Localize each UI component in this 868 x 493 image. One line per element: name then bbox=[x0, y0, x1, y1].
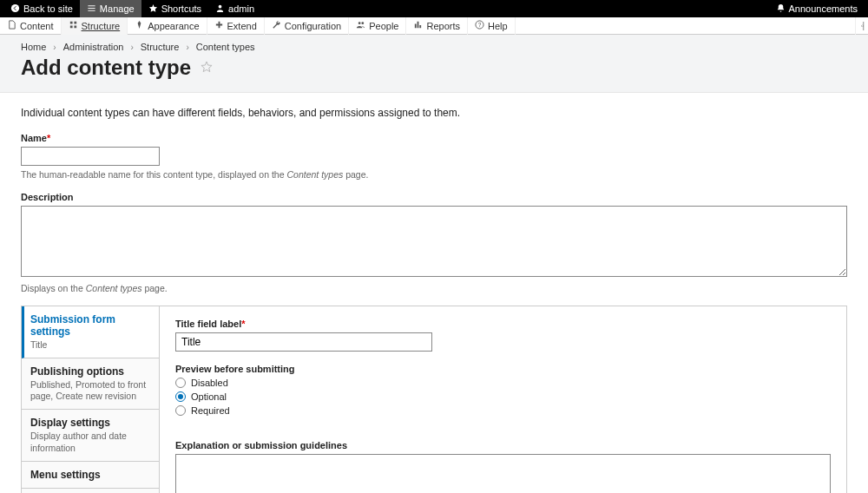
vertical-tabs-content: Title field label* Preview before submit… bbox=[160, 306, 846, 493]
tab-subtitle: Display author and date information bbox=[30, 431, 150, 453]
radio-label: Optional bbox=[191, 391, 227, 402]
required-marker: * bbox=[241, 319, 245, 329]
breadcrumb-structure[interactable]: Structure bbox=[141, 42, 180, 52]
appearance-icon bbox=[135, 20, 144, 31]
appearance-label: Appearance bbox=[148, 21, 199, 31]
title-field-label-label: Title field label* bbox=[175, 319, 831, 329]
tab-title: Display settings bbox=[30, 417, 150, 429]
user-icon bbox=[215, 3, 225, 15]
description-label: Description bbox=[21, 192, 847, 202]
back-to-site-link[interactable]: Back to site bbox=[3, 0, 80, 17]
required-marker: * bbox=[47, 133, 50, 143]
breadcrumb-home[interactable]: Home bbox=[21, 42, 46, 52]
shortcuts-label: Shortcuts bbox=[161, 3, 201, 14]
preview-before-submitting-group: Preview before submitting Disabled Optio… bbox=[175, 364, 831, 416]
back-arrow-icon bbox=[10, 3, 20, 15]
title-field-label-input[interactable] bbox=[175, 332, 432, 352]
page-title: Add content type bbox=[21, 56, 191, 80]
tab-submission-form-settings[interactable]: Submission form settings Title bbox=[22, 306, 159, 358]
description-field-group: Description Displays on the Content type… bbox=[21, 192, 847, 293]
description-hint: Displays on the Content types page. bbox=[21, 283, 847, 293]
guidelines-textarea[interactable] bbox=[175, 454, 831, 493]
guidelines-group: Explanation or submission guidelines Thi… bbox=[175, 440, 831, 493]
extend-icon bbox=[214, 20, 224, 31]
reports-label: Reports bbox=[426, 21, 460, 31]
top-toolbar-left: Back to site Manage Shortcuts admin bbox=[3, 0, 261, 17]
intro-text: Individual content types can have differ… bbox=[21, 107, 847, 119]
radio-icon bbox=[175, 378, 186, 388]
svg-point-2 bbox=[358, 22, 361, 24]
shortcuts-link[interactable]: Shortcuts bbox=[141, 0, 208, 17]
star-icon bbox=[148, 3, 158, 15]
extend-menu[interactable]: Extend bbox=[207, 17, 265, 35]
structure-label: Structure bbox=[82, 21, 121, 31]
description-textarea[interactable] bbox=[21, 206, 847, 277]
configuration-label: Configuration bbox=[285, 21, 341, 31]
breadcrumb-content-types[interactable]: Content types bbox=[196, 42, 255, 52]
admin-top-toolbar: Back to site Manage Shortcuts admin Anno… bbox=[0, 0, 868, 17]
back-to-site-label: Back to site bbox=[23, 3, 73, 14]
tab-subtitle: Published, Promoted to front page, Creat… bbox=[30, 379, 150, 402]
radio-label: Required bbox=[191, 405, 230, 416]
radio-icon bbox=[175, 391, 186, 402]
chevron-right-icon: › bbox=[130, 43, 133, 52]
tab-title: Menu settings bbox=[30, 469, 150, 481]
help-label: Help bbox=[488, 21, 508, 31]
announcements-label: Announcements bbox=[789, 3, 858, 14]
content-menu[interactable]: Content bbox=[0, 17, 62, 35]
tab-subtitle: Title bbox=[30, 339, 150, 351]
content-label: Content bbox=[20, 21, 54, 31]
people-menu[interactable]: People bbox=[349, 17, 406, 35]
manage-label: Manage bbox=[100, 3, 135, 14]
radio-label: Disabled bbox=[191, 378, 228, 388]
breadcrumb-administration[interactable]: Administration bbox=[63, 42, 124, 52]
people-label: People bbox=[369, 21, 398, 31]
radio-optional[interactable]: Optional bbox=[175, 391, 831, 402]
shortcut-star-icon[interactable] bbox=[200, 60, 214, 76]
hamburger-icon bbox=[87, 3, 96, 15]
radio-required[interactable]: Required bbox=[175, 405, 831, 416]
configuration-menu[interactable]: Configuration bbox=[265, 17, 349, 35]
orientation-toggle[interactable]: ◦| bbox=[855, 17, 868, 35]
user-label: admin bbox=[228, 3, 254, 14]
chevron-right-icon: › bbox=[53, 43, 56, 52]
user-menu[interactable]: admin bbox=[208, 0, 261, 17]
bell-icon bbox=[776, 3, 786, 15]
tab-publishing-options[interactable]: Publishing options Published, Promoted t… bbox=[22, 358, 159, 410]
chevron-right-icon: › bbox=[186, 43, 188, 52]
main-content: Individual content types can have differ… bbox=[0, 93, 868, 493]
reports-menu[interactable]: Reports bbox=[406, 17, 468, 35]
svg-point-0 bbox=[11, 3, 19, 11]
name-field-group: Name* The human-readable name for this c… bbox=[21, 133, 847, 180]
svg-text:?: ? bbox=[478, 22, 482, 28]
people-icon bbox=[356, 20, 365, 31]
help-menu[interactable]: ? Help bbox=[468, 17, 516, 35]
top-toolbar-right: Announcements bbox=[769, 0, 865, 17]
title-field-label-group: Title field label* bbox=[175, 319, 831, 352]
vertical-tabs: Submission form settings Title Publishin… bbox=[21, 306, 847, 493]
admin-menu-bar: Content Structure Appearance Extend Conf… bbox=[0, 17, 868, 35]
page-header: Home › Administration › Structure › Cont… bbox=[0, 35, 868, 93]
guidelines-label: Explanation or submission guidelines bbox=[175, 440, 831, 450]
name-input[interactable] bbox=[21, 147, 160, 166]
name-label: Name* bbox=[21, 133, 847, 143]
name-hint: The human-readable name for this content… bbox=[21, 169, 847, 180]
reports-icon bbox=[413, 20, 423, 31]
manage-toggle[interactable]: Manage bbox=[80, 0, 141, 17]
appearance-menu[interactable]: Appearance bbox=[128, 17, 207, 35]
content-icon bbox=[7, 20, 16, 31]
radio-disabled[interactable]: Disabled bbox=[175, 378, 831, 388]
structure-menu[interactable]: Structure bbox=[62, 17, 128, 35]
tab-display-settings[interactable]: Display settings Display author and date… bbox=[22, 410, 159, 461]
orientation-icon: ◦| bbox=[861, 21, 863, 30]
tab-title: Submission form settings bbox=[30, 313, 150, 338]
vertical-tabs-list: Submission form settings Title Publishin… bbox=[22, 306, 160, 493]
svg-point-3 bbox=[362, 22, 365, 24]
wrench-icon bbox=[272, 20, 281, 31]
announcements-link[interactable]: Announcements bbox=[769, 0, 865, 17]
tab-menu-settings[interactable]: Menu settings bbox=[22, 462, 159, 489]
breadcrumb: Home › Administration › Structure › Cont… bbox=[21, 42, 847, 52]
svg-point-1 bbox=[219, 4, 222, 8]
help-icon: ? bbox=[475, 20, 484, 31]
tab-title: Publishing options bbox=[30, 365, 150, 378]
